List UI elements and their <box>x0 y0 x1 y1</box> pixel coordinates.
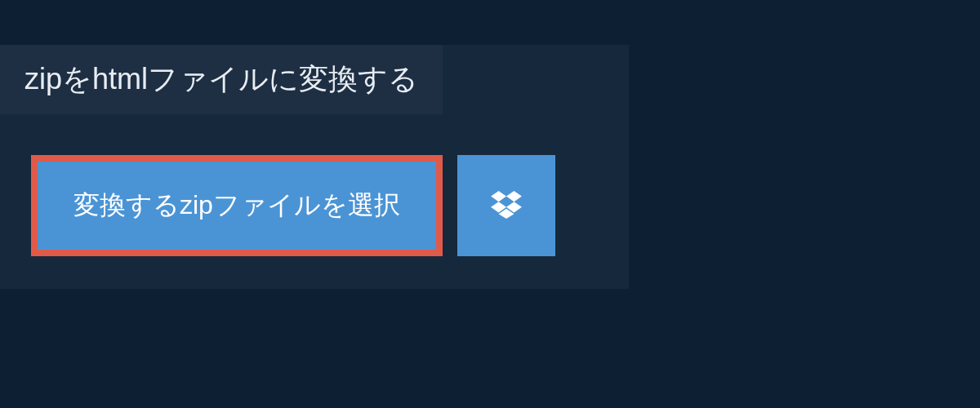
converter-panel: zipをhtmlファイルに変換する 変換するzipファイルを選択 <box>0 45 629 289</box>
heading-container: zipをhtmlファイルに変換する <box>0 45 443 114</box>
select-file-button[interactable]: 変換するzipファイルを選択 <box>31 155 443 256</box>
button-row: 変換するzipファイルを選択 <box>31 155 629 256</box>
dropbox-button[interactable] <box>457 155 555 256</box>
dropbox-icon <box>491 191 522 221</box>
select-file-label: 変換するzipファイルを選択 <box>74 188 400 224</box>
page-title: zipをhtmlファイルに変換する <box>24 60 418 100</box>
